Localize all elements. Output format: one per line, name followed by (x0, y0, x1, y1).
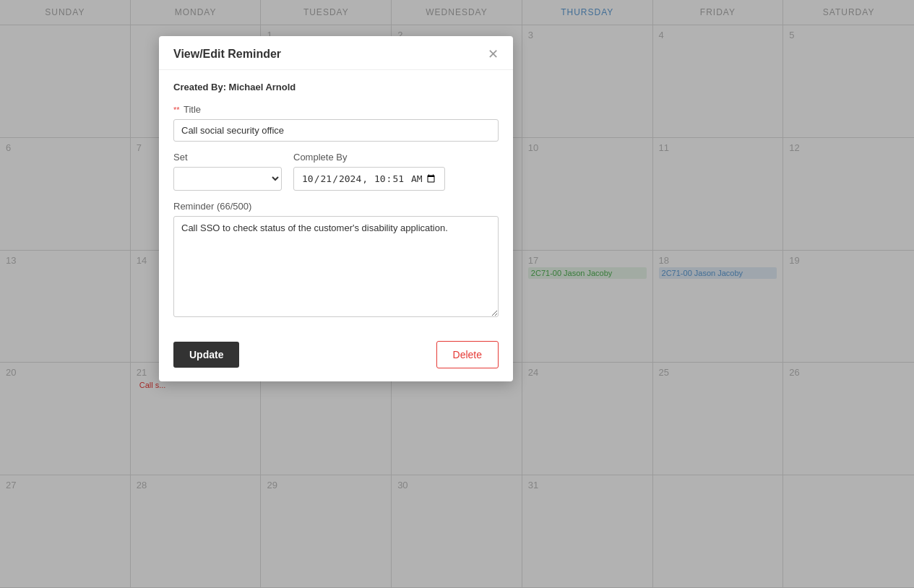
title-field-label: ** Title (173, 104, 499, 115)
modal-footer: Update Delete (159, 331, 513, 381)
complete-by-input[interactable] (293, 167, 445, 191)
calendar: SUNDAY MONDAY TUESDAY WEDNESDAY THURSDAY… (0, 0, 914, 588)
set-complete-row: Set Option 1 Option 2 Complete By (173, 152, 499, 191)
modal-header: View/Edit Reminder ✕ (159, 36, 513, 70)
modal-overlay[interactable]: View/Edit Reminder ✕ Created By: Michael… (0, 0, 914, 588)
complete-by-field-group: Complete By (293, 152, 445, 191)
title-input[interactable] (173, 119, 499, 142)
complete-by-label: Complete By (293, 152, 445, 163)
required-star: ** (173, 105, 180, 114)
delete-button[interactable]: Delete (436, 341, 499, 368)
set-label: Set (173, 152, 282, 163)
modal-body: Created By: Michael Arnold ** Title Set … (159, 70, 513, 331)
set-field-group: Set Option 1 Option 2 (173, 152, 282, 191)
reminder-label: Reminder (66/500) (173, 201, 499, 212)
reminder-textarea[interactable]: Call SSO to check status of the customer… (173, 216, 499, 317)
update-button[interactable]: Update (173, 342, 239, 368)
reminder-modal: View/Edit Reminder ✕ Created By: Michael… (159, 36, 513, 381)
set-select[interactable]: Option 1 Option 2 (173, 167, 282, 191)
close-button[interactable]: ✕ (488, 48, 499, 61)
created-by: Created By: Michael Arnold (173, 82, 499, 92)
modal-title: View/Edit Reminder (173, 48, 281, 61)
